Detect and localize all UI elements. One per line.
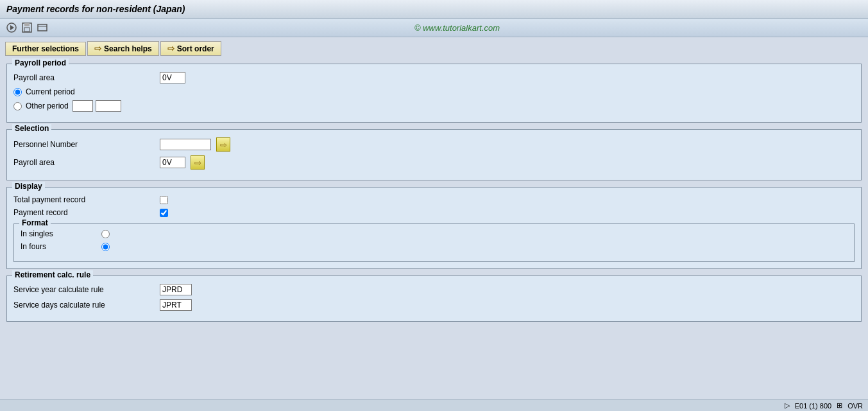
display-body: Total payment record Payment record Form… — [7, 188, 861, 268]
svg-marker-1 — [10, 25, 14, 30]
display-section: Display Total payment record Payment rec… — [6, 187, 862, 269]
toolbar: © www.tutorialkart.com — [0, 19, 868, 37]
selection-payroll-area-input[interactable] — [160, 157, 185, 168]
page-title: Payment records for non-resident (Japan) — [6, 4, 185, 14]
in-singles-row: In singles — [21, 229, 847, 238]
save-icon[interactable] — [21, 21, 33, 34]
retirement-body: Service year calculate rule Service days… — [7, 276, 861, 321]
payroll-area-label: Payroll area — [13, 73, 155, 82]
other-period-input2[interactable] — [96, 100, 121, 112]
retirement-section: Retirement calc. rule Service year calcu… — [6, 275, 862, 322]
current-period-label: Current period — [26, 87, 75, 96]
personnel-number-label: Personnel Number — [13, 140, 155, 149]
main-content: Payroll period Payroll area Current peri… — [0, 60, 868, 332]
current-period-row: Current period — [13, 87, 855, 96]
selection-title: Selection — [12, 124, 51, 133]
tab-sort-order[interactable]: ⇨ Sort order — [160, 41, 221, 56]
in-singles-radio[interactable] — [101, 230, 110, 238]
format-title: Format — [19, 218, 51, 227]
other-period-radio[interactable] — [13, 102, 22, 110]
service-days-input[interactable] — [160, 299, 192, 311]
other-period-row: Other period — [13, 100, 855, 112]
sort-order-arrow: ⇨ — [167, 44, 174, 53]
payroll-area-row: Payroll area — [13, 72, 855, 83]
personnel-number-input[interactable] — [160, 139, 211, 150]
selection-payroll-area-label: Payroll area — [13, 158, 155, 167]
other-period-label: Other period — [26, 101, 69, 110]
title-bar: Payment records for non-resident (Japan) — [0, 0, 868, 19]
in-fours-radio[interactable] — [101, 243, 110, 251]
retirement-title: Retirement calc. rule — [12, 270, 93, 279]
selection-body: Personnel Number ⇨ Payroll area ⇨ — [7, 130, 861, 180]
sort-order-label: Sort order — [177, 44, 214, 53]
watermark: © www.tutorialkart.com — [51, 23, 863, 33]
service-year-label: Service year calculate rule — [13, 285, 155, 294]
service-year-row: Service year calculate rule — [13, 284, 855, 295]
tab-further-selections[interactable]: Further selections — [5, 42, 86, 56]
display-title: Display — [12, 182, 45, 191]
payment-record-label: Payment record — [13, 208, 155, 217]
tab-bar: Further selections ⇨ Search helps ⇨ Sort… — [0, 37, 868, 60]
svg-rect-3 — [24, 23, 30, 26]
service-year-input[interactable] — [160, 284, 192, 295]
svg-rect-4 — [24, 28, 30, 31]
further-selections-label: Further selections — [12, 44, 79, 53]
format-section: Format In singles In fours — [13, 223, 855, 262]
total-payment-checkbox[interactable] — [160, 196, 168, 204]
search-helps-label: Search helps — [104, 44, 152, 53]
service-days-row: Service days calculate rule — [13, 299, 855, 311]
total-payment-row: Total payment record — [13, 195, 855, 204]
in-singles-label: In singles — [21, 229, 98, 238]
svg-rect-5 — [38, 24, 47, 31]
in-fours-label: In fours — [21, 242, 98, 251]
search-helps-arrow: ⇨ — [94, 44, 101, 53]
period-inputs — [72, 100, 121, 112]
payment-record-checkbox[interactable] — [160, 209, 168, 217]
personnel-number-nav-btn[interactable]: ⇨ — [216, 137, 230, 152]
tab-search-helps[interactable]: ⇨ Search helps — [87, 41, 159, 56]
selection-section: Selection Personnel Number ⇨ Payroll are… — [6, 129, 862, 180]
payroll-period-section: Payroll period Payroll area Current peri… — [6, 64, 862, 123]
payroll-period-body: Payroll area Current period Other period — [7, 64, 861, 122]
payroll-area-input[interactable] — [160, 72, 185, 83]
local-icon[interactable] — [36, 21, 49, 34]
other-period-input1[interactable] — [72, 100, 93, 112]
back-icon[interactable] — [5, 21, 18, 34]
service-days-label: Service days calculate rule — [13, 301, 155, 310]
selection-payroll-area-row: Payroll area ⇨ — [13, 155, 855, 170]
payroll-period-title: Payroll period — [12, 58, 69, 67]
in-fours-row: In fours — [21, 242, 847, 251]
selection-payroll-area-nav-btn[interactable]: ⇨ — [191, 155, 205, 170]
current-period-radio[interactable] — [13, 88, 22, 96]
total-payment-label: Total payment record — [13, 195, 155, 204]
personnel-number-row: Personnel Number ⇨ — [13, 137, 855, 152]
payment-record-row: Payment record — [13, 208, 855, 217]
